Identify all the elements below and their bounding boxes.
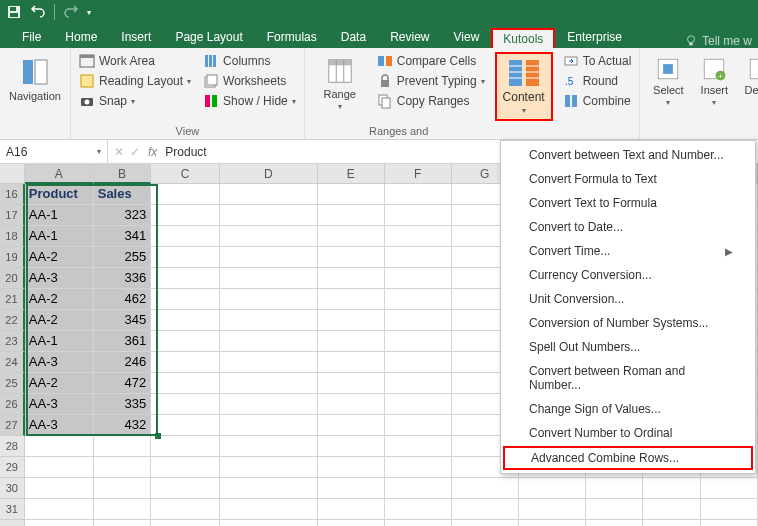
work-area-button[interactable]: Work Area xyxy=(77,52,193,70)
cell[interactable] xyxy=(220,184,317,205)
cell[interactable] xyxy=(151,499,220,520)
cell[interactable] xyxy=(151,373,220,394)
cell[interactable] xyxy=(25,499,94,520)
row-header[interactable]: 22 xyxy=(0,310,25,331)
cell[interactable] xyxy=(25,457,94,478)
round-button[interactable]: .5 Round xyxy=(561,72,634,90)
cell[interactable] xyxy=(519,499,586,520)
cell[interactable] xyxy=(220,289,317,310)
menu-item[interactable]: Convert to Date... xyxy=(501,215,755,239)
cell[interactable]: AA-1 xyxy=(25,331,94,352)
cell[interactable]: 323 xyxy=(94,205,151,226)
snap-button[interactable]: Snap▾ xyxy=(77,92,193,110)
cell[interactable] xyxy=(318,268,385,289)
row-header[interactable]: 16 xyxy=(0,184,25,205)
cell[interactable] xyxy=(318,436,385,457)
cell[interactable]: AA-3 xyxy=(25,415,94,436)
cell[interactable] xyxy=(701,478,758,499)
cell[interactable] xyxy=(151,226,220,247)
range-button[interactable]: Range ▾ xyxy=(311,52,369,115)
cell[interactable] xyxy=(452,478,519,499)
cell[interactable]: 246 xyxy=(94,352,151,373)
cell[interactable]: 341 xyxy=(94,226,151,247)
select-all-corner[interactable] xyxy=(0,164,25,184)
show-hide-button[interactable]: Show / Hide▾ xyxy=(201,92,298,110)
cell[interactable] xyxy=(452,499,519,520)
cell[interactable]: 361 xyxy=(94,331,151,352)
cell[interactable] xyxy=(385,184,452,205)
menu-item[interactable]: Convert between Roman and Number... xyxy=(501,359,755,397)
column-header[interactable]: D xyxy=(220,164,318,184)
cell[interactable]: AA-2 xyxy=(25,289,94,310)
cell[interactable] xyxy=(385,247,452,268)
cell[interactable] xyxy=(25,520,94,526)
cell[interactable] xyxy=(220,331,317,352)
cell[interactable] xyxy=(25,436,94,457)
row-header[interactable]: 26 xyxy=(0,394,25,415)
cell[interactable] xyxy=(220,415,317,436)
cell[interactable] xyxy=(151,247,220,268)
tab-data[interactable]: Data xyxy=(329,26,378,48)
menu-item[interactable]: Currency Conversion... xyxy=(501,263,755,287)
save-icon[interactable] xyxy=(6,4,22,20)
cell[interactable] xyxy=(220,373,317,394)
cell[interactable] xyxy=(151,310,220,331)
cell[interactable] xyxy=(318,310,385,331)
row-header[interactable]: 21 xyxy=(0,289,25,310)
cell[interactable] xyxy=(220,394,317,415)
row-header[interactable]: 31 xyxy=(0,499,25,520)
cell[interactable] xyxy=(318,226,385,247)
cell[interactable] xyxy=(643,520,701,526)
tab-formulas[interactable]: Formulas xyxy=(255,26,329,48)
cell[interactable] xyxy=(385,457,452,478)
navigation-button[interactable]: Navigation xyxy=(6,52,64,106)
cell[interactable] xyxy=(643,478,701,499)
cell[interactable]: Product xyxy=(25,184,94,205)
column-header[interactable]: B xyxy=(94,164,151,184)
name-box[interactable]: A16 ▾ xyxy=(0,140,108,163)
cell[interactable]: 255 xyxy=(94,247,151,268)
prevent-typing-button[interactable]: Prevent Typing▾ xyxy=(375,72,487,90)
cell[interactable] xyxy=(220,247,317,268)
cell[interactable] xyxy=(318,289,385,310)
cell[interactable] xyxy=(94,520,152,526)
cell[interactable] xyxy=(151,457,220,478)
cell[interactable]: AA-1 xyxy=(25,205,94,226)
cell[interactable]: 335 xyxy=(94,394,151,415)
menu-item[interactable]: Unit Conversion... xyxy=(501,287,755,311)
cell[interactable] xyxy=(94,499,152,520)
cell[interactable] xyxy=(220,352,317,373)
cell[interactable] xyxy=(151,478,220,499)
cell[interactable]: AA-2 xyxy=(25,310,94,331)
menu-item[interactable]: Spell Out Numbers... xyxy=(501,335,755,359)
cell[interactable] xyxy=(643,499,701,520)
tab-home[interactable]: Home xyxy=(53,26,109,48)
cell[interactable]: 336 xyxy=(94,268,151,289)
cell[interactable] xyxy=(701,520,758,526)
menu-item[interactable]: Convert Text to Formula xyxy=(501,191,755,215)
formula-input[interactable]: Product xyxy=(165,145,206,159)
cell[interactable] xyxy=(385,331,452,352)
column-header[interactable]: F xyxy=(385,164,452,184)
cell[interactable] xyxy=(385,394,452,415)
cell[interactable] xyxy=(385,436,452,457)
cell[interactable] xyxy=(151,520,220,526)
column-header[interactable]: C xyxy=(151,164,220,184)
tab-page-layout[interactable]: Page Layout xyxy=(163,26,254,48)
combine-button[interactable]: Combine xyxy=(561,92,634,110)
cell[interactable] xyxy=(385,415,452,436)
insert-button[interactable]: + Insert▾ xyxy=(692,52,736,111)
tab-view[interactable]: View xyxy=(442,26,492,48)
redo-icon[interactable] xyxy=(63,4,79,20)
cell[interactable] xyxy=(151,331,220,352)
cell[interactable] xyxy=(318,373,385,394)
cell[interactable] xyxy=(385,352,452,373)
cell[interactable] xyxy=(151,352,220,373)
cell[interactable] xyxy=(220,268,317,289)
cell[interactable] xyxy=(385,268,452,289)
cell[interactable] xyxy=(586,478,644,499)
cell[interactable] xyxy=(385,205,452,226)
cell[interactable] xyxy=(220,436,317,457)
cell[interactable] xyxy=(151,205,220,226)
row-header[interactable]: 32 xyxy=(0,520,25,526)
